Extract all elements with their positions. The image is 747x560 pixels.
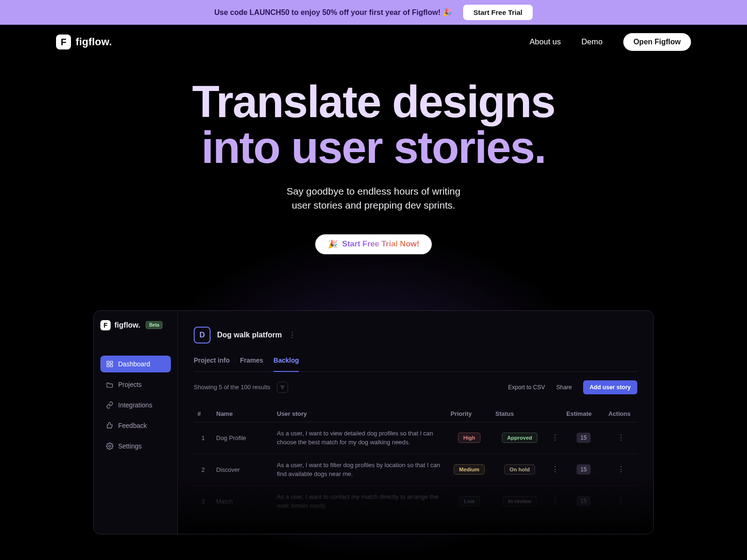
sidebar-item-label: Feedback <box>118 422 147 429</box>
nav-link-demo[interactable]: Demo <box>581 37 602 47</box>
sidebar-item-projects[interactable]: Projects <box>100 376 171 393</box>
sidebar-item-integrations[interactable]: Integrations <box>100 397 171 413</box>
col-status: Status <box>492 406 548 422</box>
brand-mark-icon: F <box>56 35 71 49</box>
priority-badge: Low <box>459 496 480 506</box>
status-menu-button[interactable]: ⋮ <box>551 434 559 441</box>
top-nav: F figflow. About us Demo Open Figflow <box>0 25 747 51</box>
backlog-toolbar: Showing 5 of the 100 results Export to C… <box>194 380 637 394</box>
col-story: User story <box>273 406 447 422</box>
filter-button[interactable] <box>277 382 288 393</box>
more-vertical-icon: ⋮ <box>551 465 559 473</box>
row-index: 2 <box>194 454 212 485</box>
svg-rect-3 <box>110 364 113 367</box>
more-vertical-icon: ⋮ <box>617 434 625 441</box>
estimate-chip: 15 <box>577 464 590 475</box>
table-row[interactable]: 3 Match As a user, I want to contact my … <box>194 485 637 517</box>
col-name: Name <box>212 406 273 422</box>
sidebar-item-label: Dashboard <box>118 360 150 368</box>
row-story: As a user, I want to contact my match di… <box>273 485 447 517</box>
brand[interactable]: F figflow. <box>56 35 112 49</box>
row-story: As a user, I want to view detailed dog p… <box>273 422 447 454</box>
promo-banner: Use code LAUNCH50 to enjoy 50% off your … <box>0 0 747 25</box>
folder-icon <box>106 381 113 388</box>
hero-subtitle-line1: Say goodbye to endless hours of writing <box>287 186 460 196</box>
nav-link-about[interactable]: About us <box>529 37 561 47</box>
sidebar-item-label: Integrations <box>118 401 152 409</box>
project-menu-button[interactable]: ⋮ <box>289 331 296 339</box>
svg-rect-0 <box>107 361 109 364</box>
more-vertical-icon: ⋮ <box>551 434 559 441</box>
hero: Translate designs into user stories. Say… <box>0 51 747 254</box>
estimate-chip: 15 <box>577 496 590 506</box>
table-header-row: # Name User story Priority Status Estima… <box>194 406 637 422</box>
project-avatar: D <box>194 327 211 343</box>
promo-banner-text: Use code LAUNCH50 to enjoy 50% off your … <box>214 8 452 17</box>
hero-heading-line2: into user stories. <box>0 125 747 170</box>
app-brand-name: figflow. <box>114 321 140 329</box>
results-count: Showing 5 of the 100 results <box>194 384 270 391</box>
col-estimate: Estimate <box>563 406 605 422</box>
row-actions-button[interactable]: ⋮ <box>617 465 625 473</box>
sidebar-item-label: Settings <box>118 442 142 450</box>
more-vertical-icon: ⋮ <box>551 497 559 505</box>
row-name: Discover <box>212 454 273 485</box>
app-preview-window: F figflow. Beta Dashboard Projects Integ… <box>93 310 654 534</box>
tab-project-info[interactable]: Project info <box>194 357 230 367</box>
project-header: D Dog walk platform ⋮ <box>194 327 637 343</box>
sidebar-item-label: Projects <box>118 381 142 388</box>
priority-badge: High <box>458 433 480 443</box>
beta-badge: Beta <box>146 321 162 329</box>
row-story: As a user, I want to filter dog profiles… <box>273 454 447 485</box>
nav-links: About us Demo Open Figflow <box>529 33 691 51</box>
status-menu-button[interactable]: ⋮ <box>551 465 559 473</box>
hero-subtitle-line2: user stories and prepping dev sprints. <box>292 200 455 210</box>
row-index: 1 <box>194 422 212 454</box>
row-index: 3 <box>194 485 212 517</box>
nav-cta-open[interactable]: Open Figflow <box>623 33 691 51</box>
share-button[interactable]: Share <box>556 384 571 391</box>
hero-cta-label: Start Free Trial Now! <box>342 239 419 249</box>
row-name: Match <box>212 485 273 517</box>
filter-icon <box>280 385 285 390</box>
app-brand-mark-icon: F <box>100 320 111 330</box>
svg-rect-2 <box>107 364 109 367</box>
col-actions: Actions <box>605 406 637 422</box>
app-main: D Dog walk platform ⋮ Project info Frame… <box>178 311 653 534</box>
more-vertical-icon: ⋮ <box>617 465 625 473</box>
party-popper-icon: 🎉 <box>328 239 338 249</box>
hero-cta-start-trial[interactable]: 🎉 Start Free Trial Now! <box>315 234 432 254</box>
tab-backlog[interactable]: Backlog <box>274 357 299 372</box>
hero-heading: Translate designs into user stories. <box>0 79 747 170</box>
row-name: Dog Profile <box>212 422 273 454</box>
hero-heading-line1: Translate designs <box>0 79 747 125</box>
app-sidebar: F figflow. Beta Dashboard Projects Integ… <box>94 311 178 534</box>
row-actions-button[interactable]: ⋮ <box>617 497 625 505</box>
sidebar-item-feedback[interactable]: Feedback <box>100 417 171 434</box>
add-user-story-button[interactable]: Add user story <box>583 380 637 394</box>
sidebar-item-settings[interactable]: Settings <box>100 438 171 455</box>
col-index: # <box>194 406 212 422</box>
col-priority: Priority <box>447 406 492 422</box>
sidebar-item-dashboard[interactable]: Dashboard <box>100 356 171 372</box>
estimate-chip: 15 <box>577 433 590 443</box>
app-brand: F figflow. Beta <box>100 320 171 330</box>
row-actions-button[interactable]: ⋮ <box>617 434 625 441</box>
gear-icon <box>106 442 113 450</box>
more-vertical-icon: ⋮ <box>617 497 625 505</box>
status-menu-button[interactable]: ⋮ <box>551 497 559 505</box>
status-badge: In review <box>503 496 536 506</box>
status-badge: On hold <box>504 464 535 475</box>
priority-badge: Medium <box>454 464 484 475</box>
table-row[interactable]: 2 Discover As a user, I want to filter d… <box>194 454 637 485</box>
brand-name: figflow. <box>76 36 112 48</box>
table-row[interactable]: 1 Dog Profile As a user, I want to view … <box>194 422 637 454</box>
export-csv-button[interactable]: Export to CSV <box>508 384 545 391</box>
link-icon <box>106 401 113 409</box>
grid-icon <box>106 360 113 368</box>
project-title: Dog walk platform <box>217 331 282 339</box>
svg-rect-1 <box>110 361 113 364</box>
user-stories-table: # Name User story Priority Status Estima… <box>194 406 637 518</box>
promo-banner-cta[interactable]: Start Free Trial <box>463 5 533 20</box>
tab-frames[interactable]: Frames <box>240 357 263 367</box>
